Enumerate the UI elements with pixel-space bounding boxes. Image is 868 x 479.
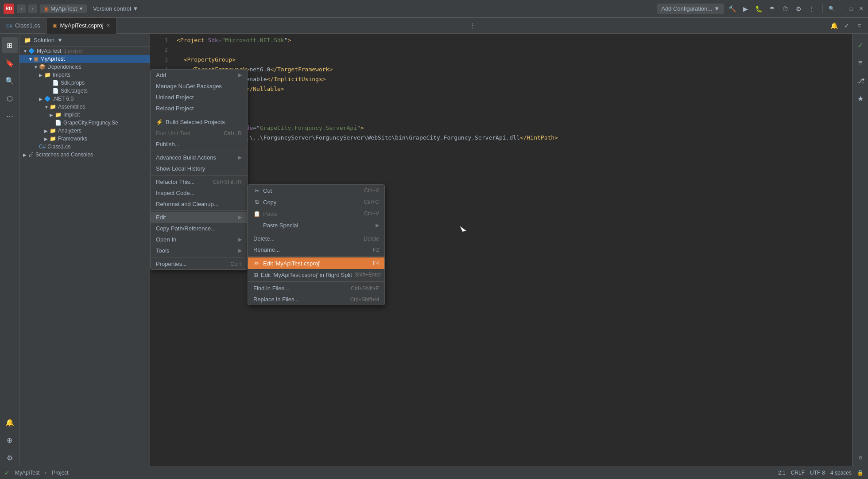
menu-item-unload[interactable]: Unload Project [151,92,247,103]
tree-implicit[interactable]: ▶ 📁 Implicit [19,111,150,119]
submenu-rename[interactable]: Rename... F2 [248,244,384,255]
submenu-replace-in-files[interactable]: Replace in Files... Ctrl+Shift+H [248,294,384,305]
menu-item-inspect[interactable]: Inspect Code... [151,187,247,199]
tree-arrow-project: ▼ [28,57,34,62]
menu-item-show-local-history[interactable]: Show Local History [151,163,247,174]
coverage-icon[interactable]: ☂ [767,4,777,14]
tab-myapitest[interactable]: ▣ MyApiTest.csproj ✕ [46,18,116,34]
settings-icon[interactable]: ⚙ [793,4,804,14]
menu-item-manage-nuget[interactable]: Manage NuGet Packages [151,81,247,92]
tab-bar-more-btn[interactable]: ⋮ [468,20,478,31]
menu-item-copy-path[interactable]: Copy Path/Reference... [151,223,247,234]
submenu-copy[interactable]: ⧉ Copy Ctrl+C [248,196,384,208]
project-icon: ▣ [43,5,49,12]
edit-right-split-shortcut: Shift+Enter [355,272,381,278]
tree-grapecity[interactable]: 📄 GrapeCity.Forguncy.Se [19,119,150,127]
status-module[interactable]: Project [52,470,68,476]
tree-sdk-props[interactable]: 📄 Sdk.props [19,79,150,87]
properties-shortcut: Ctrl+ [230,261,242,267]
version-control-btn[interactable]: Version control ▼ [89,4,142,13]
menu-item-add[interactable]: Add ▶ [151,70,247,81]
menu-item-build-selected[interactable]: ⚡ Build Selected Projects [151,116,247,128]
maximize-btn[interactable]: □ [848,5,855,12]
submenu-delete[interactable]: Delete... Delete [248,233,384,244]
tree-netfx[interactable]: ▶ 🔷 .NET 6.0 [19,95,150,103]
menu-item-advanced-build[interactable]: Advanced Build Actions ▶ [151,152,247,163]
tree-analyzers[interactable]: ▶ 📁 Analyzers [19,127,150,135]
tree-scratches[interactable]: ▶ 🖊 Scratches and Consoles [19,151,150,159]
right-sidebar-git[interactable]: ⎇ [852,73,868,89]
tree-project-root[interactable]: ▼ ▣ MyApiTest [19,55,150,63]
sidebar-icon-notifications[interactable]: 🔔 [2,414,18,430]
assemblies-icon: 📁 [50,104,56,110]
tree-dependencies[interactable]: ▼ 📦 Dependencies [19,63,150,71]
status-position[interactable]: 2:1 [778,470,786,476]
menu-item-tools[interactable]: Tools ▶ [151,245,247,256]
menu-item-open-in[interactable]: Open In ▶ [151,234,247,245]
right-sidebar-ai[interactable]: ★ [852,90,868,106]
tree-frameworks[interactable]: ▶ 📁 Frameworks [19,135,150,143]
sidebar-icon-more[interactable]: ⋯ [2,108,18,124]
status-project[interactable]: MyApiTest [15,470,39,476]
status-line-ending[interactable]: CRLF [791,470,805,476]
right-sidebar-checkmark[interactable]: ✓ [852,37,868,53]
tree-solution-root[interactable]: ▼ 🔷 MyApiTest 1 project [19,47,150,55]
status-indent[interactable]: 4 spaces [830,470,852,476]
submenu-find-in-files-label: Find in Files... [253,285,289,292]
project-panel-header[interactable]: 📁 Solution ▼ [19,34,150,47]
tab-bar-log[interactable]: ≡ [854,20,864,31]
submenu-edit-right-split[interactable]: ⊞ Edit 'MyApiTest.csproj' in Right Split… [248,269,384,280]
nav-back-btn[interactable]: ‹ [17,4,26,13]
menu-item-publish[interactable]: Publish... [151,139,247,150]
run-icon[interactable]: ▶ [740,4,751,14]
menu-item-edit[interactable]: Edit ▶ [151,212,247,223]
sidebar-icon-settings2[interactable]: ⚙ [2,450,18,466]
tree-class1[interactable]: C# Class1.cs [19,143,150,151]
status-encoding[interactable]: UTF-8 [810,470,825,476]
tab-myapitest-close[interactable]: ✕ [106,23,110,28]
tab-bar-checkmark[interactable]: ✓ [841,20,852,31]
minimize-btn[interactable]: ─ [838,5,845,12]
edit-file-icon: ✏ [253,260,260,267]
sidebar-icon-plugins[interactable]: ⬡ [2,90,18,106]
status-lock-icon[interactable]: 🔒 [857,470,864,476]
tree-imports[interactable]: ▶ 📁 Imports [19,71,150,79]
editor-area[interactable]: 1 2 3 4 5 6 7 8 9 10 11 12 13 14 <Projec… [150,34,852,466]
right-sidebar-log[interactable]: ≡ [852,55,868,71]
sidebar-icon-bottom[interactable]: ⊕ [2,432,18,448]
submenu-edit: ✂ Cut Ctrl+X ⧉ Copy Ctrl+C 📋 Paste Ctrl+… [248,184,385,305]
sidebar-icon-solution[interactable]: ⊞ [2,37,18,53]
menu-item-reload[interactable]: Reload Project [151,103,247,114]
nav-forward-btn[interactable]: › [28,4,37,13]
tab-bar-bell[interactable]: 🔔 [829,20,840,31]
submenu-cut[interactable]: ✂ Cut Ctrl+X [248,185,384,196]
menu-item-reformat[interactable]: Reformat and Cleanup... [151,199,247,210]
profile-icon[interactable]: ⏱ [780,4,790,14]
hammer-icon[interactable]: 🔨 [727,4,737,14]
tree-sdk-targets[interactable]: 📄 Sdk.targets [19,87,150,95]
sidebar-icon-search[interactable]: 🔍 [2,73,18,89]
menu-item-build-label: Build Selected Projects [166,119,225,125]
close-btn[interactable]: ✕ [857,5,864,12]
submenu-find-in-files[interactable]: Find in Files... Ctrl+Shift+F [248,283,384,294]
debug-icon[interactable]: 🐛 [753,4,764,14]
submenu-paste: 📋 Paste Ctrl+V [248,208,384,219]
menu-item-properties[interactable]: Properties... Ctrl+ [151,258,247,269]
tree-arrow-analyzers: ▶ [44,129,50,133]
menu-item-refactor[interactable]: Refactor This... Ctrl+Shift+R [151,176,247,187]
project-dropdown-icon: ▼ [79,6,83,11]
tree-assemblies[interactable]: ▼ 📁 Assemblies [19,103,150,111]
status-bar-right: 2:1 CRLF UTF-8 4 spaces 🔒 [778,470,864,476]
submenu-paste-special-label: Paste Special [263,222,298,229]
submenu-paste-special[interactable]: Paste Special ▶ [248,219,384,231]
project-selector[interactable]: ▣ MyApiTest ▼ [40,4,87,13]
tab-class1[interactable]: C# Class1.cs [0,18,46,34]
submenu-edit-file-label: Edit 'MyApiTest.csproj' [263,260,320,267]
add-configuration-btn[interactable]: Add Configuration... ▼ [657,4,724,14]
submenu-edit-file[interactable]: ✏ Edit 'MyApiTest.csproj' F4 [248,257,384,269]
search-btn[interactable]: 🔍 [828,5,835,12]
right-sidebar-bottom[interactable]: ⚙ [852,450,868,466]
tree-arrow-imports: ▶ [39,73,44,78]
overflow-menu-icon[interactable]: ⋮ [806,4,817,14]
sidebar-icon-bookmarks[interactable]: 🔖 [2,55,18,71]
